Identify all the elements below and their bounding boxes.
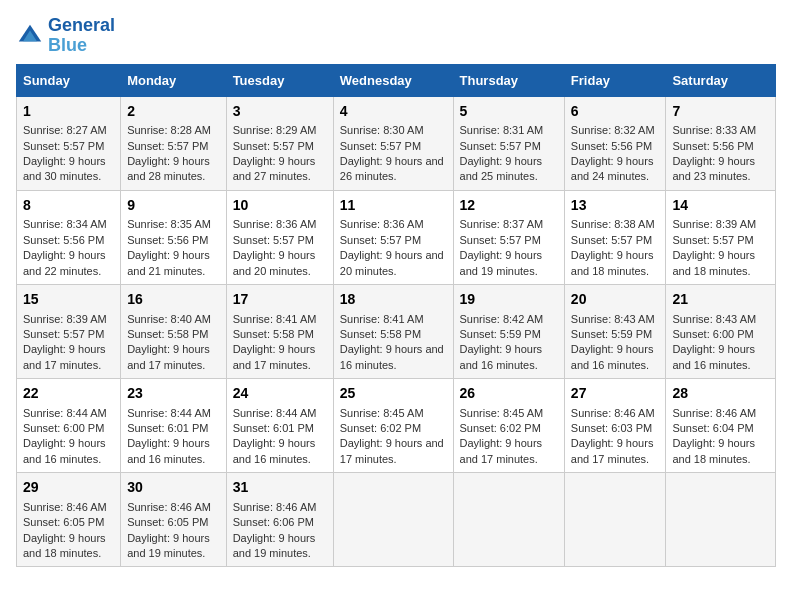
calendar-cell: 24Sunrise: 8:44 AMSunset: 6:01 PMDayligh…: [226, 379, 333, 473]
cell-info: Sunrise: 8:43 AMSunset: 5:59 PMDaylight:…: [571, 312, 660, 374]
day-number: 7: [672, 102, 769, 122]
day-number: 22: [23, 384, 114, 404]
calendar-cell: 15Sunrise: 8:39 AMSunset: 5:57 PMDayligh…: [17, 284, 121, 378]
day-number: 31: [233, 478, 327, 498]
day-number: 16: [127, 290, 219, 310]
calendar-cell: [333, 473, 453, 567]
calendar-cell: 9Sunrise: 8:35 AMSunset: 5:56 PMDaylight…: [121, 190, 226, 284]
day-number: 14: [672, 196, 769, 216]
day-number: 4: [340, 102, 447, 122]
day-header-sunday: Sunday: [17, 64, 121, 96]
day-number: 17: [233, 290, 327, 310]
cell-info: Sunrise: 8:46 AMSunset: 6:05 PMDaylight:…: [127, 500, 219, 562]
cell-info: Sunrise: 8:44 AMSunset: 6:00 PMDaylight:…: [23, 406, 114, 468]
calendar-cell: 2Sunrise: 8:28 AMSunset: 5:57 PMDaylight…: [121, 96, 226, 190]
day-header-friday: Friday: [564, 64, 666, 96]
header-row: SundayMondayTuesdayWednesdayThursdayFrid…: [17, 64, 776, 96]
cell-info: Sunrise: 8:41 AMSunset: 5:58 PMDaylight:…: [233, 312, 327, 374]
cell-info: Sunrise: 8:35 AMSunset: 5:56 PMDaylight:…: [127, 217, 219, 279]
calendar-cell: 22Sunrise: 8:44 AMSunset: 6:00 PMDayligh…: [17, 379, 121, 473]
day-number: 2: [127, 102, 219, 122]
day-number: 5: [460, 102, 558, 122]
cell-info: Sunrise: 8:36 AMSunset: 5:57 PMDaylight:…: [233, 217, 327, 279]
day-header-monday: Monday: [121, 64, 226, 96]
cell-info: Sunrise: 8:31 AMSunset: 5:57 PMDaylight:…: [460, 123, 558, 185]
calendar-cell: 3Sunrise: 8:29 AMSunset: 5:57 PMDaylight…: [226, 96, 333, 190]
day-number: 10: [233, 196, 327, 216]
calendar-table: SundayMondayTuesdayWednesdayThursdayFrid…: [16, 64, 776, 568]
day-number: 28: [672, 384, 769, 404]
calendar-cell: [564, 473, 666, 567]
cell-info: Sunrise: 8:45 AMSunset: 6:02 PMDaylight:…: [460, 406, 558, 468]
cell-info: Sunrise: 8:44 AMSunset: 6:01 PMDaylight:…: [127, 406, 219, 468]
day-number: 29: [23, 478, 114, 498]
calendar-cell: 26Sunrise: 8:45 AMSunset: 6:02 PMDayligh…: [453, 379, 564, 473]
day-number: 11: [340, 196, 447, 216]
day-header-saturday: Saturday: [666, 64, 776, 96]
day-number: 19: [460, 290, 558, 310]
calendar-cell: 23Sunrise: 8:44 AMSunset: 6:01 PMDayligh…: [121, 379, 226, 473]
day-number: 21: [672, 290, 769, 310]
day-number: 24: [233, 384, 327, 404]
day-number: 26: [460, 384, 558, 404]
cell-info: Sunrise: 8:41 AMSunset: 5:58 PMDaylight:…: [340, 312, 447, 374]
week-row-4: 22Sunrise: 8:44 AMSunset: 6:00 PMDayligh…: [17, 379, 776, 473]
calendar-cell: [666, 473, 776, 567]
cell-info: Sunrise: 8:32 AMSunset: 5:56 PMDaylight:…: [571, 123, 660, 185]
day-number: 3: [233, 102, 327, 122]
calendar-cell: 14Sunrise: 8:39 AMSunset: 5:57 PMDayligh…: [666, 190, 776, 284]
cell-info: Sunrise: 8:27 AMSunset: 5:57 PMDaylight:…: [23, 123, 114, 185]
calendar-cell: 1Sunrise: 8:27 AMSunset: 5:57 PMDaylight…: [17, 96, 121, 190]
cell-info: Sunrise: 8:43 AMSunset: 6:00 PMDaylight:…: [672, 312, 769, 374]
cell-info: Sunrise: 8:46 AMSunset: 6:03 PMDaylight:…: [571, 406, 660, 468]
calendar-cell: 16Sunrise: 8:40 AMSunset: 5:58 PMDayligh…: [121, 284, 226, 378]
calendar-cell: 19Sunrise: 8:42 AMSunset: 5:59 PMDayligh…: [453, 284, 564, 378]
cell-info: Sunrise: 8:46 AMSunset: 6:06 PMDaylight:…: [233, 500, 327, 562]
day-header-thursday: Thursday: [453, 64, 564, 96]
calendar-cell: 13Sunrise: 8:38 AMSunset: 5:57 PMDayligh…: [564, 190, 666, 284]
cell-info: Sunrise: 8:39 AMSunset: 5:57 PMDaylight:…: [23, 312, 114, 374]
calendar-cell: 29Sunrise: 8:46 AMSunset: 6:05 PMDayligh…: [17, 473, 121, 567]
calendar-cell: 28Sunrise: 8:46 AMSunset: 6:04 PMDayligh…: [666, 379, 776, 473]
calendar-cell: 11Sunrise: 8:36 AMSunset: 5:57 PMDayligh…: [333, 190, 453, 284]
calendar-cell: 17Sunrise: 8:41 AMSunset: 5:58 PMDayligh…: [226, 284, 333, 378]
cell-info: Sunrise: 8:30 AMSunset: 5:57 PMDaylight:…: [340, 123, 447, 185]
cell-info: Sunrise: 8:38 AMSunset: 5:57 PMDaylight:…: [571, 217, 660, 279]
calendar-cell: 7Sunrise: 8:33 AMSunset: 5:56 PMDaylight…: [666, 96, 776, 190]
day-number: 12: [460, 196, 558, 216]
calendar-cell: 4Sunrise: 8:30 AMSunset: 5:57 PMDaylight…: [333, 96, 453, 190]
calendar-cell: 10Sunrise: 8:36 AMSunset: 5:57 PMDayligh…: [226, 190, 333, 284]
day-number: 1: [23, 102, 114, 122]
cell-info: Sunrise: 8:42 AMSunset: 5:59 PMDaylight:…: [460, 312, 558, 374]
logo: General Blue: [16, 16, 115, 56]
calendar-cell: 5Sunrise: 8:31 AMSunset: 5:57 PMDaylight…: [453, 96, 564, 190]
cell-info: Sunrise: 8:36 AMSunset: 5:57 PMDaylight:…: [340, 217, 447, 279]
cell-info: Sunrise: 8:37 AMSunset: 5:57 PMDaylight:…: [460, 217, 558, 279]
cell-info: Sunrise: 8:39 AMSunset: 5:57 PMDaylight:…: [672, 217, 769, 279]
header: General Blue: [16, 16, 776, 56]
cell-info: Sunrise: 8:40 AMSunset: 5:58 PMDaylight:…: [127, 312, 219, 374]
calendar-cell: 18Sunrise: 8:41 AMSunset: 5:58 PMDayligh…: [333, 284, 453, 378]
day-number: 13: [571, 196, 660, 216]
cell-info: Sunrise: 8:46 AMSunset: 6:04 PMDaylight:…: [672, 406, 769, 468]
day-header-tuesday: Tuesday: [226, 64, 333, 96]
logo-icon: [16, 22, 44, 50]
calendar-cell: [453, 473, 564, 567]
calendar-cell: 6Sunrise: 8:32 AMSunset: 5:56 PMDaylight…: [564, 96, 666, 190]
day-number: 15: [23, 290, 114, 310]
day-number: 23: [127, 384, 219, 404]
day-number: 6: [571, 102, 660, 122]
cell-info: Sunrise: 8:28 AMSunset: 5:57 PMDaylight:…: [127, 123, 219, 185]
week-row-3: 15Sunrise: 8:39 AMSunset: 5:57 PMDayligh…: [17, 284, 776, 378]
week-row-2: 8Sunrise: 8:34 AMSunset: 5:56 PMDaylight…: [17, 190, 776, 284]
calendar-cell: 27Sunrise: 8:46 AMSunset: 6:03 PMDayligh…: [564, 379, 666, 473]
calendar-cell: 25Sunrise: 8:45 AMSunset: 6:02 PMDayligh…: [333, 379, 453, 473]
calendar-cell: 12Sunrise: 8:37 AMSunset: 5:57 PMDayligh…: [453, 190, 564, 284]
calendar-cell: 8Sunrise: 8:34 AMSunset: 5:56 PMDaylight…: [17, 190, 121, 284]
cell-info: Sunrise: 8:29 AMSunset: 5:57 PMDaylight:…: [233, 123, 327, 185]
cell-info: Sunrise: 8:33 AMSunset: 5:56 PMDaylight:…: [672, 123, 769, 185]
day-number: 8: [23, 196, 114, 216]
calendar-cell: 21Sunrise: 8:43 AMSunset: 6:00 PMDayligh…: [666, 284, 776, 378]
logo-text: General Blue: [48, 16, 115, 56]
week-row-1: 1Sunrise: 8:27 AMSunset: 5:57 PMDaylight…: [17, 96, 776, 190]
